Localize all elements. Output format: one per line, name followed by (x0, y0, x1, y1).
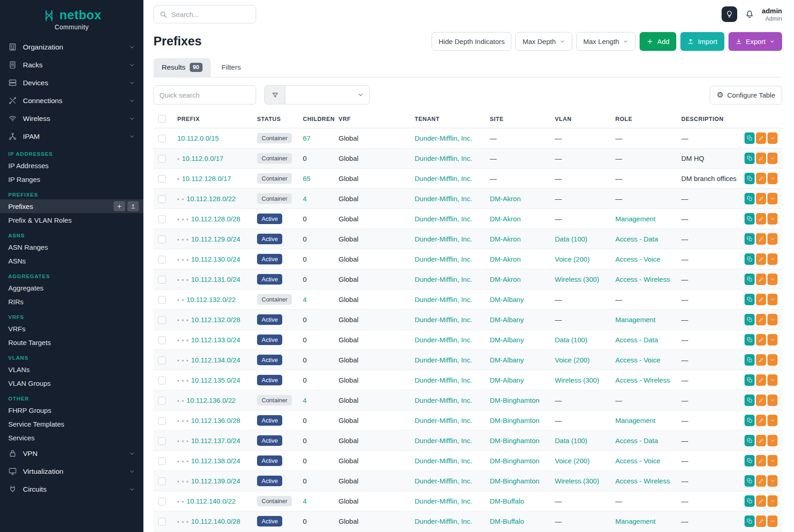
prefix-link[interactable]: 10.112.139.0/24 (191, 477, 240, 485)
sidebar-item-ip-addresses[interactable]: IP Addresses (0, 159, 143, 172)
sidebar-item-prefix-vlan-roles[interactable]: Prefix & VLAN Roles (0, 213, 143, 227)
edit-button[interactable] (756, 253, 766, 265)
row-checkbox[interactable] (158, 457, 166, 465)
hide-depth-indicators-button[interactable]: Hide Depth Indicators (432, 32, 511, 51)
role-link[interactable]: Access - Data (615, 437, 658, 444)
edit-button[interactable] (756, 294, 766, 305)
row-dropdown-button[interactable] (767, 435, 778, 446)
row-checkbox[interactable] (158, 155, 166, 163)
tenant-link[interactable]: Dunder-Mifflin, Inc. (415, 215, 472, 223)
site-link[interactable]: DM-Akron (490, 255, 521, 263)
edit-button[interactable] (756, 395, 766, 406)
role-link[interactable]: Management (615, 417, 656, 424)
edit-button[interactable] (756, 132, 766, 144)
prefix-link[interactable]: 10.112.0.0/17 (182, 154, 224, 162)
clone-button[interactable] (745, 455, 755, 466)
row-dropdown-button[interactable] (767, 495, 778, 507)
edit-button[interactable] (756, 274, 766, 285)
vlan-link[interactable]: Voice (200) (555, 457, 590, 465)
prefix-link[interactable]: 10.112.137.0/24 (191, 437, 240, 444)
edit-button[interactable] (756, 475, 766, 487)
row-dropdown-button[interactable] (767, 395, 778, 406)
column-header-tenant[interactable]: TENANT (410, 110, 485, 128)
edit-button[interactable] (756, 193, 766, 204)
sidebar-item-vlans[interactable]: VLANs (0, 362, 143, 376)
site-link[interactable]: DM-Binghamton (490, 417, 539, 424)
clone-button[interactable] (745, 495, 755, 507)
tenant-link[interactable]: Dunder-Mifflin, Inc. (415, 356, 472, 364)
row-dropdown-button[interactable] (767, 294, 778, 305)
site-link[interactable]: DM-Binghamton (490, 437, 539, 444)
prefix-link[interactable]: 10.112.131.0/24 (191, 275, 240, 283)
sidebar-item-service-templates[interactable]: Service Templates (0, 417, 143, 431)
clone-button[interactable] (745, 213, 755, 225)
prefix-link[interactable]: 10.112.133.0/24 (191, 336, 240, 344)
max-length-dropdown[interactable]: Max Length (576, 32, 635, 51)
prefix-link[interactable]: 10.112.132.0/22 (186, 296, 235, 303)
column-header-status[interactable]: STATUS (252, 110, 298, 128)
tenant-link[interactable]: Dunder-Mifflin, Inc. (415, 154, 472, 162)
tenant-link[interactable]: Dunder-Mifflin, Inc. (415, 235, 472, 243)
edit-button[interactable] (756, 495, 766, 507)
tab-results[interactable]: Results 90 (153, 58, 211, 77)
clone-button[interactable] (745, 274, 755, 285)
tenant-link[interactable]: Dunder-Mifflin, Inc. (415, 175, 472, 182)
row-dropdown-button[interactable] (767, 415, 778, 426)
row-checkbox[interactable] (158, 175, 166, 183)
sidebar-item-asns[interactable]: ASNs (0, 254, 143, 268)
prefix-link[interactable]: 10.112.129.0/24 (191, 235, 240, 243)
sidebar-item-vlan-groups[interactable]: VLAN Groups (0, 376, 143, 390)
role-link[interactable]: Access - Voice (615, 356, 660, 364)
prefix-link[interactable]: 10.112.136.0/22 (186, 396, 235, 404)
max-depth-dropdown[interactable]: Max Depth (515, 32, 572, 51)
row-checkbox[interactable] (158, 336, 166, 344)
column-header-vlan[interactable]: VLAN (550, 110, 611, 128)
row-dropdown-button[interactable] (767, 354, 778, 366)
tenant-link[interactable]: Dunder-Mifflin, Inc. (415, 477, 472, 485)
edit-button[interactable] (756, 354, 766, 366)
brand[interactable]: netbox Community (0, 0, 143, 33)
edit-button[interactable] (756, 415, 766, 426)
site-link[interactable]: DM-Binghamton (490, 457, 539, 465)
tenant-link[interactable]: Dunder-Mifflin, Inc. (415, 517, 472, 525)
clone-button[interactable] (745, 233, 755, 245)
column-header-site[interactable]: SITE (485, 110, 550, 128)
tenant-link[interactable]: Dunder-Mifflin, Inc. (415, 195, 472, 203)
prefix-link[interactable]: 10.112.136.0/28 (191, 417, 240, 424)
vlan-link[interactable]: Wireless (300) (555, 376, 599, 384)
sidebar-item-route-targets[interactable]: Route Targets (0, 335, 143, 349)
tenant-link[interactable]: Dunder-Mifflin, Inc. (415, 296, 472, 303)
prefix-link[interactable]: 10.112.140.0/28 (191, 517, 240, 525)
tenant-link[interactable]: Dunder-Mifflin, Inc. (415, 376, 472, 384)
vlan-link[interactable]: Wireless (300) (555, 477, 599, 485)
sidebar-item-connections[interactable]: Connections (0, 92, 143, 110)
prefix-link[interactable]: 10.112.0.0/15 (177, 134, 219, 142)
sidebar-item-devices[interactable]: Devices (0, 74, 143, 92)
edit-button[interactable] (756, 455, 766, 466)
tenant-link[interactable]: Dunder-Mifflin, Inc. (415, 396, 472, 404)
sidebar-item-organization[interactable]: Organization (0, 38, 143, 56)
prefix-link[interactable]: 10.112.140.0/22 (186, 497, 235, 505)
select-all-checkbox[interactable] (158, 115, 166, 123)
role-link[interactable]: Management (615, 316, 656, 324)
site-link[interactable]: DM-Albany (490, 296, 524, 303)
column-header-children[interactable]: CHILDREN (298, 110, 334, 128)
tenant-link[interactable]: Dunder-Mifflin, Inc. (415, 437, 472, 444)
clone-button[interactable] (745, 193, 755, 204)
row-checkbox[interactable] (158, 518, 166, 526)
site-link[interactable]: DM-Albany (490, 356, 524, 364)
row-checkbox[interactable] (158, 236, 166, 243)
vlan-link[interactable]: Voice (200) (555, 255, 590, 263)
row-checkbox[interactable] (158, 316, 166, 324)
site-link[interactable]: DM-Buffalo (490, 497, 524, 505)
row-dropdown-button[interactable] (767, 213, 778, 225)
site-link[interactable]: DM-Buffalo (490, 517, 524, 525)
row-dropdown-button[interactable] (767, 274, 778, 285)
edit-button[interactable] (756, 233, 766, 245)
row-dropdown-button[interactable] (767, 153, 778, 164)
prefix-link[interactable]: 10.112.128.0/17 (182, 175, 231, 182)
sidebar-item-vpn[interactable]: VPN (0, 444, 143, 462)
prefix-link[interactable]: 10.112.134.0/24 (191, 356, 240, 364)
site-link[interactable]: DM-Akron (490, 215, 521, 223)
site-link[interactable]: DM-Binghamton (490, 477, 539, 485)
